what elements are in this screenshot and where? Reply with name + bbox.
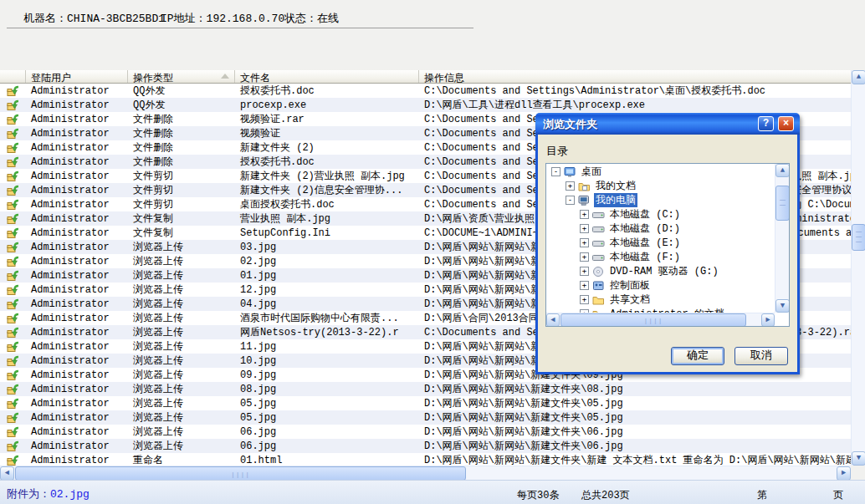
attachment-link[interactable]: 02.jpg — [50, 488, 90, 501]
header-file-column[interactable]: 文件名 — [235, 70, 419, 83]
status-value: 在线 — [317, 13, 339, 25]
cancel-button[interactable]: 取消 — [734, 347, 788, 365]
table-row[interactable]: Administrator 重命名 01.html D:\网盾\网站\新网站\新… — [0, 453, 851, 466]
tree-item[interactable]: + 本地磁盘 (E:) — [546, 236, 775, 250]
tree-scroll-right-icon[interactable]: ► — [761, 313, 775, 327]
tree-item[interactable]: + DVD-RAM 驱动器 (G:) — [546, 264, 775, 278]
cell-login-user: Administrator — [26, 341, 128, 353]
header-icon-column[interactable] — [0, 70, 26, 83]
cell-filename: 授权委托书.doc — [235, 84, 419, 98]
tree-item[interactable]: + 本地磁盘 (C:) — [546, 207, 775, 221]
cell-login-user: Administrator — [26, 128, 128, 140]
tree-expander-icon[interactable]: + — [580, 295, 589, 304]
horizontal-scrollbar-thumb[interactable]: |||| — [15, 466, 466, 481]
cell-filename: 04.jpg — [235, 298, 419, 310]
file-operation-icon — [0, 455, 26, 466]
cell-operation-info: D:\网盾\网站\新网站\新建文件夹\06.jpg — [419, 439, 851, 453]
header-user-column[interactable]: 登陆用户 — [26, 70, 128, 83]
tree-item[interactable]: + 控制面板 — [546, 278, 775, 293]
cell-login-user: Administrator — [26, 256, 128, 267]
tree-scroll-down-icon[interactable]: ▼ — [775, 299, 790, 313]
vertical-scrollbar-thumb[interactable]: ||| — [852, 224, 865, 251]
tree-item[interactable]: + 本地磁盘 (F:) — [546, 250, 775, 264]
attachment-info: 附件为：02.jpg — [7, 486, 90, 501]
tree-item-label: DVD-RAM 驱动器 (G:) — [608, 264, 720, 278]
help-icon[interactable]: ? — [758, 116, 774, 131]
cell-login-user: Administrator — [26, 85, 128, 97]
tree-expander-icon[interactable]: + — [580, 238, 589, 247]
cell-operation-type: QQ外发 — [128, 84, 235, 98]
tree-expander-icon[interactable]: + — [580, 252, 589, 262]
tree-expander-icon[interactable]: + — [580, 267, 589, 276]
table-row[interactable]: Administrator 浏览器上传 08.jpg D:\网盾\网站\新网站\… — [0, 382, 851, 396]
tree-vertical-thumb[interactable]: || — [775, 186, 790, 221]
scroll-right-icon[interactable]: ► — [837, 466, 851, 481]
table-row[interactable]: Administrator 浏览器上传 06.jpg D:\网盾\网站\新网站\… — [0, 425, 851, 439]
tree-item-icon — [592, 237, 605, 249]
file-operation-icon — [0, 284, 26, 296]
scroll-left-icon[interactable]: ◄ — [0, 466, 14, 481]
folder-tree-items: - 桌面 + 我的文档 - 我的电脑 + 本地磁盘 (C:) + 本地磁盘 (D… — [546, 165, 775, 313]
tree-horizontal-scrollbar[interactable]: ◄ |||| ► — [546, 313, 775, 326]
cell-login-user: Administrator — [26, 156, 128, 168]
cell-operation-type: 文件剪切 — [128, 183, 235, 197]
ok-button[interactable]: 确定 — [671, 347, 724, 365]
tree-expander-icon[interactable]: + — [580, 281, 589, 290]
tree-item[interactable]: - 我的电脑 — [546, 193, 775, 207]
cell-login-user: Administrator — [26, 227, 128, 239]
cell-operation-type: 浏览器上传 — [128, 311, 235, 325]
cell-operation-info: D:\网盾\网站\新网站\新建文件夹\05.jpg — [419, 410, 851, 425]
header-info-column[interactable]: 操作信息 — [419, 70, 851, 83]
cell-login-user: Administrator — [26, 142, 128, 154]
cell-operation-type: 浏览器上传 — [128, 240, 235, 254]
cell-filename: 10.jpg — [235, 355, 419, 367]
tree-item[interactable]: - 桌面 — [546, 165, 775, 179]
tree-item[interactable]: + 我的文档 — [546, 179, 775, 193]
cell-filename: procexp.exe — [235, 99, 419, 111]
ip-label: IP地址： — [161, 13, 207, 25]
cell-operation-type: 浏览器上传 — [128, 339, 235, 354]
tree-item[interactable]: + 本地磁盘 (D:) — [546, 221, 775, 236]
tree-item[interactable]: + Administrator 的文档 — [546, 307, 775, 313]
tree-scroll-left-icon[interactable]: ◄ — [546, 313, 560, 327]
tree-scroll-up-icon[interactable]: ▲ — [775, 164, 790, 177]
tree-expander-icon[interactable]: + — [580, 224, 589, 233]
table-row[interactable]: Administrator 浏览器上传 06.jpg D:\网盾\网站\新网站\… — [0, 439, 851, 453]
cell-login-user: Administrator — [26, 199, 128, 211]
tree-horizontal-thumb[interactable]: |||| — [560, 313, 746, 327]
table-row[interactable]: Administrator 浏览器上传 05.jpg D:\网盾\网站\新网站\… — [0, 396, 851, 410]
cell-operation-type: 浏览器上传 — [128, 297, 235, 311]
table-header: 登陆用户 操作类型 文件名 操作信息 — [0, 70, 851, 84]
dialog-titlebar[interactable]: 浏览文件夹 ? × — [535, 113, 800, 135]
machine-name-label: 机器名： — [23, 13, 67, 25]
tree-expander-icon[interactable]: - — [551, 167, 560, 176]
scroll-up-icon[interactable]: ▲ — [852, 70, 865, 84]
app-window: 机器名：CHINA-3BCB25BD1 IP地址：192.168.0.70 状态… — [0, 0, 865, 504]
tree-expander-icon[interactable]: + — [580, 210, 589, 219]
sort-ascending-icon — [221, 74, 229, 79]
scroll-down-icon[interactable]: ▼ — [852, 451, 865, 466]
tree-expander-icon[interactable]: - — [566, 196, 575, 205]
cell-filename: 01.html — [235, 455, 419, 466]
status-label: 状态： — [284, 13, 317, 25]
page-prefix-label: 第 — [757, 488, 767, 502]
header-type-column[interactable]: 操作类型 — [128, 70, 235, 83]
tree-item[interactable]: + 共享文档 — [546, 293, 775, 307]
table-row[interactable]: Administrator QQ外发 授权委托书.doc C:\Document… — [0, 84, 851, 98]
tree-item-label: 本地磁盘 (D:) — [608, 221, 682, 236]
tree-expander-icon[interactable]: + — [566, 181, 575, 191]
cell-operation-type: 浏览器上传 — [128, 283, 235, 297]
cell-operation-type: 文件删除 — [128, 126, 235, 140]
cell-filename: 09.jpg — [235, 369, 419, 381]
tree-vertical-scrollbar[interactable]: ▲ || ▼ — [775, 164, 789, 313]
table-row[interactable]: Administrator QQ外发 procexp.exe D:\网盾\工具\… — [0, 98, 851, 112]
file-operation-icon — [0, 185, 26, 196]
table-row[interactable]: Administrator 浏览器上传 05.jpg D:\网盾\网站\新网站\… — [0, 410, 851, 425]
vertical-scrollbar[interactable]: ▲ ||| ▼ — [851, 70, 865, 466]
cell-login-user: Administrator — [26, 242, 128, 253]
file-operation-icon — [0, 128, 26, 140]
horizontal-scrollbar[interactable]: ◄ |||| ► — [0, 466, 851, 480]
attachment-label: 附件为： — [7, 488, 50, 501]
close-icon[interactable]: × — [778, 116, 794, 131]
machine-name: 机器名：CHINA-3BCB25BD1 — [23, 11, 165, 26]
